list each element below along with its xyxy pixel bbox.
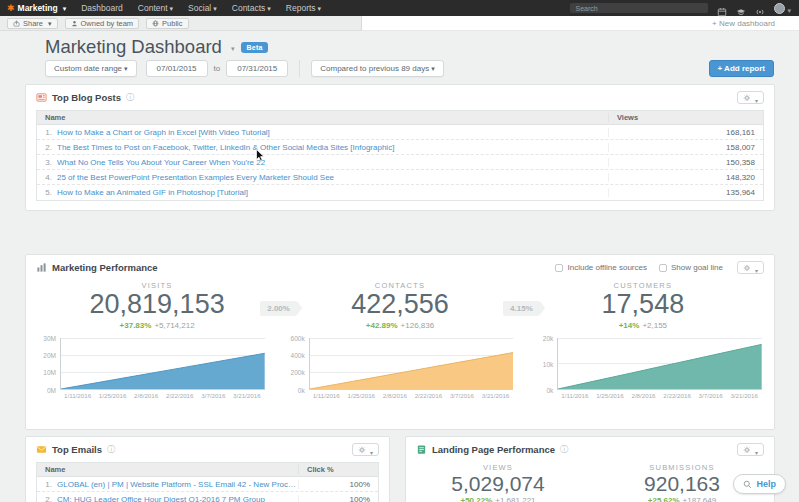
metric-delta: +25.62%+187,649 bbox=[590, 496, 774, 502]
panel-settings-button[interactable] bbox=[737, 261, 764, 274]
gear-icon bbox=[743, 264, 751, 272]
delta-absolute: +126,836 bbox=[401, 321, 435, 330]
public-button[interactable]: Public bbox=[146, 18, 188, 29]
row-rank: 2. bbox=[37, 495, 57, 502]
add-report-button[interactable]: + Add report bbox=[709, 60, 774, 77]
account-menu[interactable] bbox=[774, 0, 791, 17]
click-rate-value: 100% bbox=[298, 495, 378, 502]
top-emails-panel: Top Emails ⓘ Name Click % 1. GLOBAL (en)… bbox=[25, 436, 390, 502]
chevron-down-icon bbox=[753, 89, 758, 107]
nav-item-label: Dashboard bbox=[81, 3, 123, 13]
page-title: Marketing Dashboard bbox=[45, 36, 222, 58]
chevron-down-icon bbox=[211, 3, 217, 13]
panel-title: Marketing Performance bbox=[52, 262, 158, 273]
blog-post-link[interactable]: The Best Times to Post on Facebook, Twit… bbox=[57, 143, 608, 152]
views-value: 158,007 bbox=[608, 143, 763, 152]
top-navigation: ✱ Marketing Dashboard Content Social Con… bbox=[0, 0, 799, 16]
metric-visits: VISITS 20,819,153 +37.83%+5,714,212 bbox=[54, 281, 260, 330]
owned-by-team-label: Owned by team bbox=[81, 19, 134, 28]
table-row[interactable]: 1. How to Make a Chart or Graph in Excel… bbox=[37, 125, 763, 140]
top-emails-table: Name Click % 1. GLOBAL (en) | PM | Websi… bbox=[36, 462, 379, 502]
academy-cap-icon[interactable] bbox=[736, 3, 746, 13]
conversion-rate-badge: 2.00% bbox=[260, 301, 297, 316]
y-axis: 20k10k0k bbox=[535, 338, 557, 390]
compare-dropdown[interactable]: Compared to previous 89 days bbox=[311, 60, 443, 77]
table-row[interactable]: 4. 25 of the Best PowerPoint Presentatio… bbox=[37, 170, 763, 185]
plot-area bbox=[60, 338, 265, 390]
gear-icon bbox=[743, 446, 751, 454]
table-header: Name Views bbox=[37, 111, 763, 125]
panel-settings-button[interactable] bbox=[737, 91, 764, 104]
blog-post-link[interactable]: What No One Tells You About Your Career … bbox=[57, 158, 608, 167]
panel-header: Top Emails ⓘ bbox=[26, 437, 389, 460]
plot-area bbox=[557, 338, 762, 390]
new-dashboard-link[interactable]: + New dashboard bbox=[712, 19, 775, 28]
dashboard-switcher-caret-icon[interactable] bbox=[229, 42, 235, 53]
funnel-metrics: VISITS 20,819,153 +37.83%+5,714,212 2.00… bbox=[26, 278, 774, 330]
metric-delta: +42.89%+126,836 bbox=[297, 321, 503, 330]
nav-item-content[interactable]: Content bbox=[138, 3, 173, 13]
y-axis: 600k400k200k0k bbox=[287, 338, 309, 390]
chevron-down-icon bbox=[168, 3, 174, 13]
table-row[interactable]: 1. GLOBAL (en) | PM | Website Platform -… bbox=[37, 477, 378, 492]
y-axis: 30M20M10M0M bbox=[38, 338, 60, 390]
info-icon[interactable]: ⓘ bbox=[107, 444, 115, 455]
table-row[interactable]: 2. The Best Times to Post on Facebook, T… bbox=[37, 140, 763, 155]
row-rank: 5. bbox=[37, 188, 57, 197]
owned-by-team-button[interactable]: Owned by team bbox=[65, 18, 140, 29]
broadcast-icon[interactable] bbox=[755, 3, 765, 13]
date-range-dropdown[interactable]: Custom date range bbox=[45, 60, 137, 77]
nav-brand-menu[interactable]: ✱ Marketing bbox=[7, 3, 66, 13]
panel-settings-button[interactable] bbox=[737, 443, 764, 456]
checkbox[interactable] bbox=[555, 264, 563, 272]
checkbox[interactable] bbox=[659, 264, 667, 272]
blog-post-link[interactable]: 25 of the Best PowerPoint Presentation E… bbox=[57, 173, 608, 182]
beta-badge: Beta bbox=[241, 42, 267, 53]
delta-absolute: +1,681,221 bbox=[495, 496, 535, 502]
metric-value: 20,819,153 bbox=[54, 290, 260, 320]
metric-label: SUBMISSIONS bbox=[590, 463, 774, 472]
table-row[interactable]: 2. CM: HUG Leader Office Hour Digest Q1-… bbox=[37, 492, 378, 502]
table-header: Name Click % bbox=[37, 463, 378, 477]
info-icon[interactable]: ⓘ bbox=[560, 444, 568, 455]
nav-item-social[interactable]: Social bbox=[188, 3, 217, 13]
share-strip: Share Owned by team Public bbox=[0, 16, 362, 31]
nav-item-contacts[interactable]: Contacts bbox=[232, 3, 271, 13]
email-link[interactable]: GLOBAL (en) | PM | Website Platform - SS… bbox=[57, 480, 298, 489]
blog-icon bbox=[36, 92, 47, 103]
row-rank: 3. bbox=[37, 158, 57, 167]
to-label: to bbox=[214, 64, 221, 73]
nav-item-reports[interactable]: Reports bbox=[286, 3, 321, 13]
row-rank: 2. bbox=[37, 143, 57, 152]
table-row[interactable]: 5. How to Make an Animated GIF in Photos… bbox=[37, 185, 763, 200]
show-goal-line-checkbox[interactable]: Show goal line bbox=[659, 263, 723, 272]
end-date-field[interactable] bbox=[226, 60, 288, 77]
row-rank: 1. bbox=[37, 480, 57, 489]
metric-views: VIEWS 5,029,074 +50.22%+1,681,221 bbox=[406, 463, 590, 502]
blog-post-link[interactable]: How to Make a Chart or Graph in Excel [W… bbox=[57, 128, 608, 137]
panel-title: Top Emails bbox=[52, 444, 102, 455]
nav-item-label: Reports bbox=[286, 3, 316, 13]
info-icon[interactable]: ⓘ bbox=[126, 92, 134, 103]
calendar-icon[interactable] bbox=[717, 3, 727, 13]
help-button[interactable]: Help bbox=[733, 474, 786, 494]
metric-delta: +37.83%+5,714,212 bbox=[54, 321, 260, 330]
search-input[interactable] bbox=[570, 3, 708, 13]
include-offline-sources-checkbox[interactable]: Include offline sources bbox=[555, 263, 646, 272]
delta-percent: +50.22% bbox=[460, 496, 492, 502]
nav-item-label: Social bbox=[188, 3, 211, 13]
table-row[interactable]: 3. What No One Tells You About Your Care… bbox=[37, 155, 763, 170]
column-header-name: Name bbox=[37, 113, 608, 122]
start-date-field[interactable] bbox=[146, 60, 208, 77]
share-button[interactable]: Share bbox=[7, 18, 58, 29]
chevron-down-icon bbox=[46, 19, 52, 28]
email-link[interactable]: CM: HUG Leader Office Hour Digest Q1-201… bbox=[57, 495, 298, 502]
chevron-down-icon bbox=[265, 3, 271, 13]
date-range-label: Custom date range bbox=[54, 64, 122, 73]
panel-settings-button[interactable] bbox=[352, 443, 379, 456]
delta-percent: +42.89% bbox=[366, 321, 398, 330]
nav-item-label: Contacts bbox=[232, 3, 266, 13]
nav-item-dashboard[interactable]: Dashboard bbox=[81, 3, 123, 13]
blog-post-link[interactable]: How to Make an Animated GIF in Photoshop… bbox=[57, 188, 608, 197]
bar-chart-icon bbox=[36, 262, 47, 273]
